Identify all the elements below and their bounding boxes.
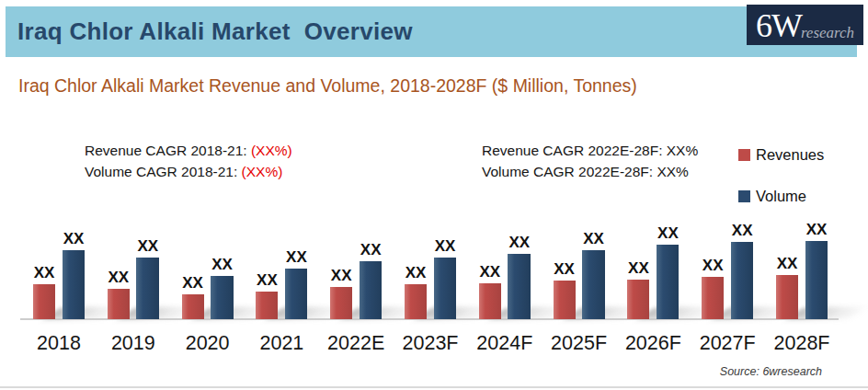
volume-value-label: XX	[126, 237, 170, 256]
volume-bar	[657, 245, 680, 319]
revenue-value-label: XX	[97, 269, 141, 287]
revenue-value-label: XX	[245, 271, 289, 290]
revenue-bar	[627, 280, 649, 319]
category-label: 2022E	[317, 332, 394, 355]
revenue-value-label: XX	[171, 274, 215, 292]
category-label: 2021	[243, 332, 320, 355]
category-label: 2019	[95, 332, 172, 355]
slide: Iraq Chlor Alkali Market Overview 6W res…	[0, 0, 868, 390]
revenue-value-label: XX	[394, 264, 438, 282]
volume-value-label: XX	[274, 248, 318, 267]
revenue-value-label: XX	[616, 259, 660, 278]
category-label: 2024F	[466, 332, 543, 355]
volume-bar	[63, 250, 86, 319]
revenue-bar	[405, 284, 427, 319]
volume-value-label: XX	[200, 256, 245, 274]
revenue-bar	[702, 277, 724, 319]
volume-value-label: XX	[51, 230, 96, 248]
volume-value-label: XX	[572, 230, 616, 248]
revenue-bar	[256, 292, 278, 319]
volume-value-label: XX	[423, 237, 467, 256]
revenue-value-label: XX	[22, 264, 66, 282]
slide-bottom-divider	[0, 386, 868, 388]
revenue-bar	[554, 281, 576, 319]
brand-logo: 6W research	[747, 5, 863, 45]
category-label: 2025F	[541, 332, 618, 355]
revenue-value-label: XX	[691, 257, 735, 275]
logo-research-text: research	[801, 25, 854, 40]
revenue-value-label: XX	[765, 255, 809, 273]
category-label: 2023F	[392, 332, 469, 355]
logo-6w-text: 6W	[756, 6, 802, 45]
revenue-value-label: XX	[542, 260, 587, 279]
revenue-bar	[108, 289, 130, 319]
revenue-bar	[479, 283, 501, 319]
revenue-value-label: XX	[468, 263, 512, 281]
revenue-bar	[776, 275, 798, 319]
category-label: 2020	[169, 332, 246, 355]
volume-bar	[805, 241, 828, 319]
category-label: 2028F	[763, 332, 840, 355]
volume-value-label: XX	[348, 241, 393, 259]
category-label: 2026F	[614, 332, 691, 355]
volume-value-label: XX	[720, 222, 764, 240]
volume-value-label: XX	[497, 234, 542, 252]
volume-value-label: XX	[645, 224, 690, 243]
revenue-bar	[182, 294, 204, 319]
volume-bar	[136, 258, 159, 319]
volume-value-label: XX	[794, 221, 839, 239]
revenue-bar	[33, 284, 55, 319]
source-note: Source: 6wresearch	[720, 365, 822, 378]
bar-chart: XXXX2018XXXX2019XXXX2020XXXX2021XXXX2022…	[0, 0, 868, 390]
volume-bar	[731, 242, 754, 319]
category-label: 2027F	[689, 332, 766, 355]
category-label: 2018	[20, 332, 97, 355]
revenue-value-label: XX	[319, 267, 363, 285]
revenue-bar	[330, 287, 352, 319]
